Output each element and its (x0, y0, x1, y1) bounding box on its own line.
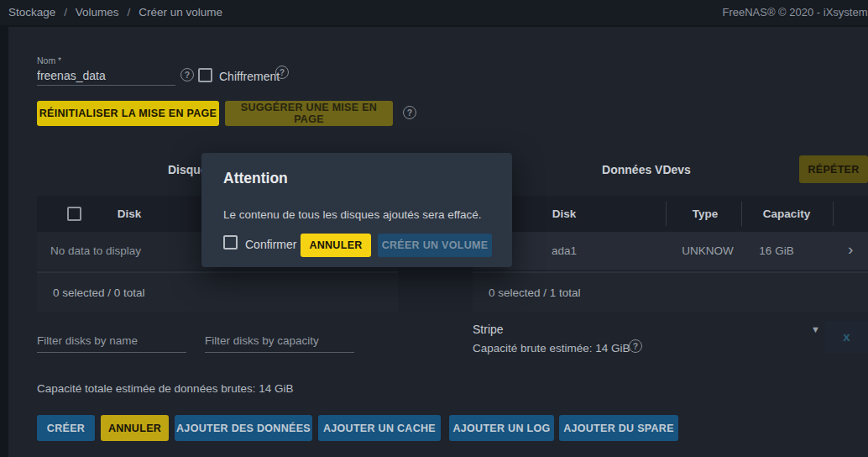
repeat-button[interactable]: RÉPÉTER (799, 155, 868, 183)
row-expand-chevron-icon[interactable]: › (848, 240, 853, 259)
disk-cell: ada1 (552, 232, 577, 270)
encryption-help-icon[interactable]: ? (275, 66, 289, 79)
add-cache-button[interactable]: AJOUTER UN CACHE (318, 415, 441, 441)
column-divider (666, 202, 667, 226)
breadcrumb: Stockage/ Volumes/ Créer un volume (8, 0, 227, 25)
layout-help-icon[interactable]: ? (403, 106, 416, 119)
data-vdevs-table: Disk Type Capacity ada1 UNKNOW 16 GiB › … (473, 196, 868, 312)
remove-vdev-panel: x (825, 321, 868, 353)
confirm-label: Confirmer (245, 238, 296, 251)
no-data-text: No data to display (50, 232, 141, 270)
name-help-icon[interactable]: ? (180, 68, 194, 81)
reset-layout-button[interactable]: RÉINITIALISER LA MISE EN PAGE (37, 101, 219, 126)
capacity-column-header: Capacity (763, 196, 810, 232)
name-field-label: Nom * (37, 55, 61, 66)
data-vdevs-table-header: Disk Type Capacity (473, 196, 868, 232)
add-log-button[interactable]: AJOUTER UN LOG (449, 415, 554, 441)
filter-disks-by-capacity-input[interactable] (205, 329, 354, 353)
breadcrumb-creer-un-volume: Créer un volume (139, 6, 222, 18)
encryption-checkbox[interactable] (198, 68, 212, 82)
encryption-label: Chiffrement (219, 70, 280, 83)
create-button[interactable]: CRÉER (37, 415, 95, 441)
breadcrumb-separator: / (64, 6, 67, 18)
available-disks-selection-count: 0 selected / 0 total (53, 273, 145, 313)
available-disks-footer: 0 selected / 0 total (37, 271, 398, 312)
type-column-header: Type (693, 196, 719, 232)
remove-vdev-close-icon[interactable]: x (825, 321, 868, 353)
total-estimated-capacity: Capacité totale estimée de données brute… (37, 382, 293, 395)
type-cell: UNKNOW (682, 232, 734, 270)
dialog-create-volume-button[interactable]: CRÉER UN VOLUME (378, 234, 492, 257)
breadcrumb-volumes[interactable]: Volumes (76, 6, 119, 18)
brand-copyright: FreeNAS® © 2020 - iXsystems (722, 0, 868, 25)
capacity-help-icon[interactable]: ? (629, 339, 642, 353)
add-spare-button[interactable]: AJOUTER DU SPARE (559, 415, 678, 441)
dialog-cancel-button[interactable]: ANNULER (301, 234, 371, 257)
filter-disks-by-name-input[interactable] (37, 329, 186, 353)
breadcrumb-separator: / (128, 6, 131, 18)
caret-down-icon[interactable]: ▼ (811, 324, 820, 334)
dialog-title: Attention (223, 170, 288, 187)
top-bar: Stockage/ Volumes/ Créer un volume FreeN… (0, 0, 868, 25)
table-row-ada1[interactable]: ada1 UNKNOW 16 GiB › (473, 232, 868, 270)
column-divider (741, 202, 742, 226)
select-all-checkbox[interactable] (67, 207, 81, 221)
add-data-button[interactable]: AJOUTER DES DONNÉES (175, 415, 312, 441)
breadcrumb-stockage[interactable]: Stockage (8, 6, 55, 18)
data-vdevs-footer: 0 selected / 1 total (473, 271, 868, 312)
volume-name-input[interactable] (37, 66, 175, 86)
disk-column-header: Disk (552, 196, 577, 232)
estimated-raw-capacity: Capacité brute estimée: 14 GiB (473, 342, 630, 355)
capacity-cell: 16 GiB (759, 232, 793, 270)
disk-column-header: Disk (118, 196, 142, 232)
data-vdevs-selection-count: 0 selected / 1 total (489, 273, 581, 313)
column-divider (833, 202, 834, 226)
cancel-button[interactable]: ANNULER (101, 415, 169, 441)
suggest-layout-button[interactable]: SUGGÉRER UNE MISE EN PAGE (225, 101, 393, 126)
attention-dialog: Attention Le contenu de tous les disques… (201, 153, 512, 267)
dialog-message: Le contenu de tous les disques ajoutés s… (223, 208, 481, 221)
data-vdevs-title: Données VDevs (512, 163, 781, 176)
confirm-checkbox[interactable] (223, 235, 238, 250)
vdev-layout-select[interactable]: Stripe (473, 323, 504, 336)
